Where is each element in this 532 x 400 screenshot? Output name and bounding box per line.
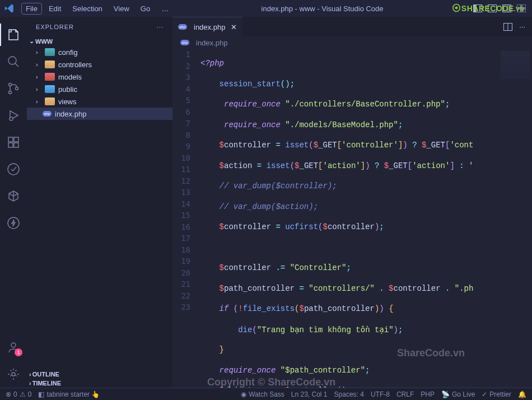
golive-status[interactable]: 📡Go Live [441,390,475,398]
prettier-status[interactable]: ✓Prettier [482,390,511,398]
search-icon[interactable] [0,48,27,75]
svg-point-22 [12,373,15,376]
folder-controllers[interactable]: › controllers [27,58,172,71]
folder-icon [45,73,55,81]
chevron-down-icon: ⌄ [29,38,34,45]
chevron-right-icon: › [36,73,45,80]
svg-point-14 [10,117,13,120]
chevron-right-icon: › [29,371,31,378]
check-icon: ✓ [482,390,487,398]
svg-point-11 [9,83,12,86]
svg-rect-18 [14,137,18,142]
sharecode-watermark-logo: ⦿SHARECODE.VN [452,3,524,13]
folder-root[interactable]: ⌄ WWW [27,36,172,46]
explorer-icon[interactable] [0,21,27,48]
svg-point-12 [9,91,12,94]
sidebar: EXPLORER ··· ⌄ WWW › config › controller… [27,17,172,388]
vscode-logo-icon [4,3,15,13]
svg-point-13 [16,87,18,90]
chevron-right-icon: › [36,86,45,92]
split-editor-icon[interactable] [503,23,512,31]
watch-sass-status[interactable]: ◉Watch Sass [241,390,284,398]
indentation-status[interactable]: Spaces: 4 [334,390,364,398]
tab-index-php[interactable]: php index.php ✕ [172,17,242,36]
code-content[interactable]: <?php session_start(); require_once "./c… [200,49,498,388]
line-numbers: 1234567891011121314151617181920212223 [172,49,200,388]
activity-bar: 1 [0,17,27,388]
php-file-icon: php [43,111,52,117]
cursor-position[interactable]: Ln 23, Col 1 [291,390,328,398]
svg-point-19 [8,164,19,175]
svg-rect-17 [14,143,18,147]
explorer-header: EXPLORER ··· [27,17,172,36]
folder-views[interactable]: › views [27,95,172,108]
folder-config[interactable]: › config [27,46,172,58]
menu-view[interactable]: View [109,3,134,15]
explorer-more-icon[interactable]: ··· [157,24,164,30]
chevron-right-icon: › [36,49,45,55]
source-control-icon[interactable] [0,75,27,102]
more-actions-icon[interactable]: ··· [519,22,525,31]
notifications-icon[interactable]: 🔔 [518,390,526,398]
menu-more[interactable]: … [157,3,173,15]
svg-point-20 [8,217,19,229]
folder-models[interactable]: › models [27,71,172,83]
encoding-status[interactable]: UTF-8 [371,390,390,398]
window-title: index.php - www - Visual Studio Code [175,4,469,13]
todo-icon[interactable] [0,156,27,183]
extensions-icon[interactable] [0,129,27,156]
cube-icon[interactable] [0,183,27,210]
account-icon[interactable]: 1 [0,334,27,361]
folder-icon [45,61,55,68]
svg-point-21 [11,343,16,347]
chevron-right-icon: › [36,98,45,105]
tabnine-icon: ◧ [38,390,44,398]
minimap[interactable] [498,49,532,388]
menu-file[interactable]: File [21,3,42,15]
tabnine-status[interactable]: ◧ tabnine starter 👆 [38,390,100,398]
broadcast-icon: 📡 [441,390,450,398]
svg-line-10 [15,63,18,67]
folder-icon [45,48,55,56]
account-badge: 1 [15,348,22,356]
folder-icon [45,85,55,93]
svg-rect-15 [8,137,13,142]
status-bar: ⊗0 ⚠0 ◧ tabnine starter 👆 ◉Watch Sass Ln… [0,388,532,400]
menu-go[interactable]: Go [136,3,155,15]
svg-rect-16 [8,143,13,147]
menu-selection[interactable]: Selection [68,3,106,15]
file-index-php[interactable]: php index.php [27,108,172,120]
language-status[interactable]: PHP [421,390,435,398]
tabs-bar: php index.php ✕ ··· [172,17,532,36]
folder-icon [45,97,55,105]
timeline-section[interactable]: › TIMELINE [27,379,172,388]
settings-gear-icon[interactable] [0,361,27,388]
thunder-icon[interactable] [0,210,27,236]
problems-status[interactable]: ⊗0 ⚠0 [6,390,31,398]
chevron-right-icon: › [36,61,45,68]
php-file-icon: php [178,24,187,30]
warning-icon: ⚠ [20,390,26,398]
code-editor[interactable]: 1234567891011121314151617181920212223 <?… [172,49,532,388]
breadcrumb[interactable]: php index.php [172,36,532,49]
minimap-viewport [501,51,530,79]
folder-public[interactable]: › public [27,83,172,95]
svg-point-9 [8,57,16,64]
close-icon[interactable]: ✕ [231,23,237,31]
eye-icon: ◉ [241,390,246,398]
titlebar: File Edit Selection View Go … index.php … [0,0,532,17]
chevron-right-icon: › [29,380,31,387]
php-file-icon: php [180,40,189,45]
eol-status[interactable]: CRLF [396,390,414,398]
menu-edit[interactable]: Edit [44,3,66,15]
run-debug-icon[interactable] [0,102,27,129]
editor-area: php index.php ✕ ··· php index.php 123456… [172,17,532,388]
outline-section[interactable]: › OUTLINE [27,370,172,379]
error-icon: ⊗ [6,390,11,398]
